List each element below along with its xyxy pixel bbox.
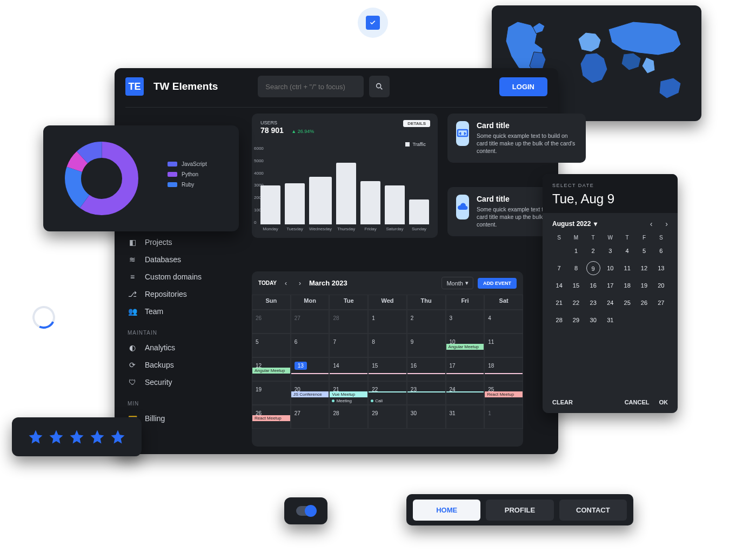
checkbox-icon[interactable] xyxy=(366,16,380,30)
datepicker-clear-button[interactable]: CLEAR xyxy=(552,399,573,405)
dp-day[interactable]: 9 xyxy=(586,261,600,275)
calendar-cell[interactable]: 28 xyxy=(329,405,368,429)
calendar-cell[interactable]: 4 xyxy=(484,310,523,334)
dp-day[interactable]: 1 xyxy=(569,244,583,258)
dp-day[interactable]: 26 xyxy=(637,296,651,310)
calendar-cell[interactable]: 24 xyxy=(446,381,485,405)
calendar-today-button[interactable]: TODAY xyxy=(258,280,277,286)
calendar-next-icon[interactable]: › xyxy=(295,278,305,288)
dp-day[interactable]: 18 xyxy=(620,278,634,292)
dp-day[interactable]: 5 xyxy=(637,244,651,258)
calendar-view-select[interactable]: Month ▾ xyxy=(441,277,473,289)
sidebar-item-backups[interactable]: ⟳ Backups xyxy=(128,356,236,374)
dp-day[interactable]: 13 xyxy=(654,261,668,275)
calendar-cell[interactable]: 3 xyxy=(446,310,485,334)
dp-day[interactable]: 30 xyxy=(586,313,600,327)
tab-home[interactable]: HOME xyxy=(413,500,480,521)
dp-day[interactable]: 4 xyxy=(620,244,634,258)
calendar-cell[interactable]: 15 xyxy=(368,357,407,381)
calendar-cell[interactable]: 29 xyxy=(368,405,407,429)
dp-day[interactable]: 14 xyxy=(552,278,566,292)
sidebar-item-team[interactable]: 👥 Team xyxy=(128,303,236,320)
calendar-cell[interactable]: 14 xyxy=(329,357,368,381)
tab-contact[interactable]: CONTACT xyxy=(559,500,627,521)
sidebar-item-billing[interactable]: 💳 Billing xyxy=(128,410,236,427)
star-icon[interactable] xyxy=(89,429,105,445)
calendar-cell[interactable]: 13 xyxy=(291,357,330,381)
calendar-cell[interactable]: 17 xyxy=(446,357,485,381)
datepicker-prev-icon[interactable]: ‹ xyxy=(650,219,653,228)
calendar-cell[interactable]: 27 xyxy=(291,310,330,334)
sidebar-item-domains[interactable]: ≡ Custom domains xyxy=(128,268,236,285)
calendar-cell[interactable]: 26React Meetup xyxy=(252,405,291,429)
dp-day[interactable]: 8 xyxy=(569,261,583,275)
calendar-cell[interactable]: 22Call xyxy=(368,381,407,405)
sidebar-item-repos[interactable]: ⎇ Repositories xyxy=(128,285,236,303)
dp-day[interactable]: 22 xyxy=(569,296,583,310)
calendar-cell[interactable]: 23 xyxy=(407,381,446,405)
datepicker-ok-button[interactable]: OK xyxy=(659,399,668,405)
calendar-cell[interactable]: 6 xyxy=(291,334,330,357)
dp-day[interactable]: 19 xyxy=(637,278,651,292)
calendar-cell[interactable]: 27 xyxy=(291,405,330,429)
datepicker-cancel-button[interactable]: CANCEL xyxy=(625,399,650,405)
calendar-cell[interactable]: 11 xyxy=(484,334,523,357)
calendar-cell[interactable]: 28 xyxy=(329,310,368,334)
calendar-cell[interactable]: 18 xyxy=(484,357,523,381)
calendar-cell[interactable]: 21Vue MeetupMeeting xyxy=(329,381,368,405)
calendar-cell[interactable]: 16 xyxy=(407,357,446,381)
calendar-prev-icon[interactable]: ‹ xyxy=(281,278,291,288)
details-button[interactable]: DETAILS xyxy=(403,120,430,127)
add-event-button[interactable]: ADD EVENT xyxy=(478,278,517,289)
info-card-code[interactable]: Card title Some quick example text to bu… xyxy=(447,114,586,163)
dp-day[interactable]: 15 xyxy=(569,278,583,292)
calendar-cell[interactable]: 1 xyxy=(484,405,523,429)
dp-day[interactable]: 7 xyxy=(552,261,566,275)
dp-day[interactable]: 27 xyxy=(654,296,668,310)
star-icon[interactable] xyxy=(28,429,44,445)
dp-day[interactable]: 25 xyxy=(620,296,634,310)
dp-day[interactable]: 21 xyxy=(552,296,566,310)
sidebar-item-security[interactable]: 🛡 Security xyxy=(128,374,236,391)
dp-day[interactable]: 28 xyxy=(552,313,566,327)
dp-day[interactable]: 23 xyxy=(586,296,600,310)
dp-day[interactable]: 10 xyxy=(604,261,617,275)
dp-day[interactable]: 2 xyxy=(586,244,600,258)
search-icon[interactable] xyxy=(369,76,390,97)
calendar-cell[interactable]: 5 xyxy=(252,334,291,357)
dp-day[interactable]: 24 xyxy=(604,296,617,310)
sidebar-item-analytics[interactable]: ◐ Analytics xyxy=(128,339,236,356)
star-icon[interactable] xyxy=(48,429,64,445)
sidebar-item-databases[interactable]: ≋ Databases xyxy=(128,251,236,268)
calendar-cell[interactable]: 25React Meetup xyxy=(484,381,523,405)
dp-day[interactable]: 11 xyxy=(620,261,634,275)
dp-day[interactable]: 20 xyxy=(654,278,668,292)
calendar-cell[interactable]: 1 xyxy=(368,310,407,334)
calendar-cell[interactable]: 26 xyxy=(252,310,291,334)
datepicker-next-icon[interactable]: › xyxy=(665,219,668,228)
dp-day[interactable]: 6 xyxy=(654,244,668,258)
calendar-cell[interactable]: 19 xyxy=(252,381,291,405)
calendar-cell[interactable]: 12Angular Meetup xyxy=(252,357,291,381)
rating-card[interactable] xyxy=(12,417,142,456)
calendar-cell[interactable]: 31 xyxy=(446,405,485,429)
calendar-cell[interactable]: 9 xyxy=(407,334,446,357)
datepicker-month-year[interactable]: August 2022 ▾ xyxy=(552,220,597,228)
calendar-cell[interactable]: 10Angular Meetup xyxy=(446,334,485,357)
dp-day[interactable]: 17 xyxy=(604,278,617,292)
calendar-cell[interactable]: 20JS Conference xyxy=(291,381,330,405)
dp-day[interactable]: 3 xyxy=(604,244,617,258)
calendar-cell[interactable]: 2 xyxy=(407,310,446,334)
calendar-cell[interactable]: 30 xyxy=(407,405,446,429)
dp-day[interactable]: 31 xyxy=(604,313,617,327)
star-icon[interactable] xyxy=(69,429,85,445)
calendar-cell[interactable]: 7 xyxy=(329,334,368,357)
login-button[interactable]: LOGIN xyxy=(499,77,547,96)
dp-day[interactable]: 16 xyxy=(586,278,600,292)
search-input[interactable] xyxy=(258,76,364,97)
sidebar-item-projects[interactable]: ◧ Projects xyxy=(128,234,236,251)
toggle-switch[interactable] xyxy=(296,506,316,516)
star-icon[interactable] xyxy=(110,429,126,445)
calendar-cell[interactable]: 8 xyxy=(368,334,407,357)
dp-day[interactable]: 12 xyxy=(637,261,651,275)
